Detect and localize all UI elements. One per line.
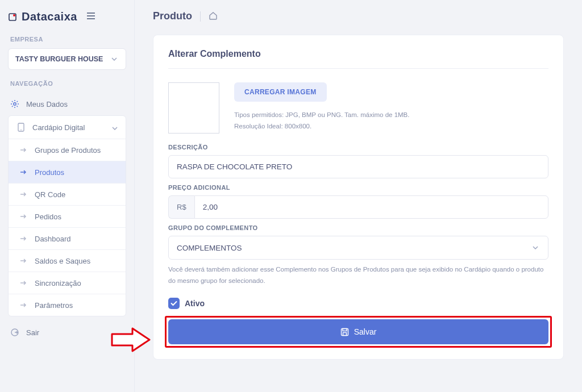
nav-label: Saldos e Saques [35,257,90,265]
ativo-label: Ativo [185,299,205,308]
chevron-down-icon [110,55,119,64]
arrow-right-icon [19,256,28,265]
nav-label: Dashboard [35,235,71,243]
logout-icon [10,328,19,337]
arrow-right-icon [19,190,28,199]
nav-label: QR Code [35,190,65,199]
svg-rect-9 [342,328,348,335]
svg-rect-1 [13,14,15,16]
nav-sub-dashboard[interactable]: Dashboard [9,227,126,249]
nav-sub-pedidos[interactable]: Pedidos [9,205,126,227]
chevron-down-icon [112,123,118,132]
arrow-right-icon [19,145,28,155]
grupo-selected: COMPLEMENTOS [177,244,242,252]
nav-sub-produtos[interactable]: Produtos [9,161,126,183]
ativo-checkbox[interactable] [168,298,180,309]
save-label: Salvar [354,327,377,336]
nav-label: Pedidos [35,212,61,221]
descricao-input[interactable] [168,155,548,178]
page-title: Produto [153,10,192,22]
breadcrumb-separator [200,11,201,22]
company-selector[interactable]: TASTY BURGUER HOUSE [8,48,126,70]
svg-point-7 [20,130,22,131]
nav-meus-dados[interactable]: Meus Dados [8,93,126,115]
arrow-right-icon [19,234,28,243]
nav-label: Sair [26,328,39,337]
nav-sub-qrcode[interactable]: QR Code [9,183,126,205]
card-title: Alterar Complemento [168,49,548,69]
save-button[interactable]: Salvar [168,319,548,344]
breadcrumb: Produto [153,10,564,22]
preco-input[interactable] [194,195,548,219]
currency-prefix: R$ [168,195,194,219]
upload-hint-resolution: Resolução Ideal: 800x800. [234,121,548,132]
menu-toggle-icon[interactable] [86,12,95,22]
nav-sub-saldos[interactable]: Saldos e Saques [9,249,126,272]
gear-icon [10,99,19,109]
nav-label: Grupos de Produtos [35,146,101,155]
arrow-right-icon [19,278,28,287]
nav-label: Cardápio Digital [32,123,85,132]
save-icon [340,327,350,336]
nav-label: Meus Dados [26,100,68,109]
nav-sub-sincronizacao[interactable]: Sincronização [9,272,126,294]
nav-label: Produtos [35,168,64,177]
arrow-right-icon [19,301,28,310]
grupo-help-text: Você deverá também adicionar esse Comple… [168,264,548,286]
arrow-right-icon [19,168,28,177]
svg-rect-10 [343,328,347,331]
svg-point-5 [14,103,16,105]
upload-image-button[interactable]: CARREGAR IMAGEM [234,82,327,102]
grupo-select[interactable]: COMPLEMENTOS [168,236,548,260]
nav-sair[interactable]: Sair [8,321,126,344]
preco-label: PREÇO ADICIONAL [168,184,548,191]
nav-label: Sincronização [35,279,81,287]
descricao-label: DESCRIÇÃO [168,144,548,151]
nav-cardapio-digital[interactable]: Cardápio Digital [9,116,126,139]
brand-name: Datacaixa [22,10,77,23]
form-card: Alterar Complemento CARREGAR IMAGEM Tipo… [153,35,564,360]
company-section-label: EMPRESA [10,36,126,43]
chevron-down-icon [531,243,540,252]
company-selected: TASTY BURGUER HOUSE [15,55,103,63]
svg-rect-11 [343,332,347,335]
device-icon [16,123,26,132]
grupo-label: GRUPO DO COMPLEMENTO [168,224,548,231]
brand-logo-icon [8,12,17,22]
arrow-right-icon [19,212,28,221]
brand: Datacaixa [8,10,126,23]
nav-label: Parâmetros [35,301,73,310]
home-icon[interactable] [209,11,218,22]
nav-section-label: NAVEGAÇÃO [10,80,126,87]
image-preview[interactable] [168,82,219,134]
nav-sub-parametros[interactable]: Parâmetros [9,294,126,316]
nav-sub-grupos[interactable]: Grupos de Produtos [9,139,126,161]
upload-hint-types: Tipos permitidos: JPG, BMP ou PNG. Tam. … [234,110,548,121]
